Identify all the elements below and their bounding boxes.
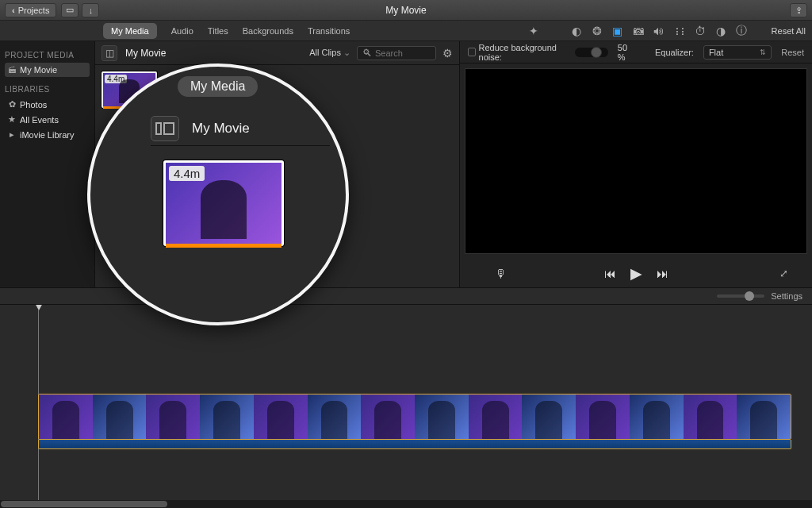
- timeline-thumb: [361, 394, 415, 439]
- adjust-toolbar: ✦ ◐ ❂ ▣ 📷︎ 🔊︎ ⫶⫶ ⏱︎ ◑ ⓘ Reset All: [527, 21, 806, 41]
- view-toggle-button[interactable]: ▭: [61, 3, 79, 17]
- timeline-ruler[interactable]: [0, 305, 812, 318]
- equalizer-label: Equalizer:: [655, 48, 694, 57]
- flower-icon: ✿: [8, 99, 16, 110]
- mag-filmstrip-icon: [151, 116, 179, 141]
- camera-icon[interactable]: 📷︎: [632, 25, 645, 37]
- equalizer-select[interactable]: Flat: [703, 45, 772, 60]
- tab-audio[interactable]: Audio: [171, 26, 193, 36]
- toolbar: My Media Audio Titles Backgrounds Transi…: [0, 21, 812, 41]
- audio-controls-bar: Reduce background noise: 50 % Equalizer:…: [460, 41, 812, 64]
- next-button[interactable]: ⏭︎: [657, 267, 668, 280]
- speed-icon[interactable]: ⏱︎: [694, 25, 707, 37]
- timeline-thumb: [146, 394, 200, 439]
- filmstrip-toggle-button[interactable]: ◫: [102, 45, 117, 61]
- sidebar-item-library[interactable]: ▸ iMovie Library: [5, 127, 90, 142]
- mag-tab-my-media: My Media: [178, 76, 258, 97]
- info-icon[interactable]: ⓘ: [735, 25, 748, 37]
- timeline-thumb: [576, 394, 630, 439]
- wand-icon[interactable]: ✦: [527, 25, 540, 37]
- clip-filter-icon[interactable]: ◑: [714, 25, 727, 37]
- tab-backgrounds[interactable]: Backgrounds: [243, 26, 293, 36]
- transport-bar: 🎙︎ ⏮︎ ▶ ⏭︎ ⤢: [460, 259, 812, 287]
- mag-clip-duration: 4.4m: [169, 166, 205, 181]
- timeline-thumb: [308, 394, 362, 439]
- titlebar: Projects ▭ ↓ My Movie ⇪: [0, 0, 812, 21]
- libraries-heading: LIBRARIES: [5, 85, 90, 94]
- media-tabs: My Media: [103, 23, 157, 39]
- timeline-thumb: [39, 394, 93, 439]
- noise-value: 50 %: [618, 43, 634, 62]
- sidebar-project-item[interactable]: 🎬︎ My Movie: [5, 63, 90, 77]
- audio-reset-button[interactable]: Reset: [781, 48, 804, 57]
- triangle-icon: ▸: [8, 129, 16, 140]
- timeline-clip[interactable]: [38, 394, 791, 440]
- horizontal-scrollbar[interactable]: [0, 500, 812, 508]
- browser-title: My Movie: [125, 48, 166, 59]
- tab-my-media[interactable]: My Media: [103, 23, 157, 39]
- window-title: My Movie: [0, 5, 812, 16]
- mag-media-clip: 4.4m: [163, 160, 284, 246]
- search-icon: 🔍︎: [362, 48, 372, 59]
- reduce-noise-checkbox[interactable]: [468, 48, 476, 56]
- timeline-thumb: [469, 394, 523, 439]
- crop-icon[interactable]: ▣: [611, 25, 624, 37]
- reduce-noise-label: Reduce background noise:: [479, 43, 565, 62]
- sidebar-item-label: All Events: [20, 115, 59, 125]
- fullscreen-button[interactable]: ⤢: [779, 267, 788, 279]
- timeline-header: 00:00 / 04:28 Settings: [0, 287, 812, 305]
- timeline-thumb: [737, 394, 791, 439]
- prev-button[interactable]: ⏮︎: [604, 267, 616, 280]
- sidebar-item-label: Photos: [20, 100, 47, 110]
- volume-icon[interactable]: 🔊︎: [653, 25, 665, 37]
- timeline-thumb: [630, 394, 684, 439]
- sidebar-item-photos[interactable]: ✿ Photos: [5, 97, 90, 112]
- noise-slider[interactable]: [575, 48, 608, 57]
- magnifier-overlay: My Media My Movie 4.4m: [87, 64, 349, 325]
- import-button[interactable]: ↓: [82, 3, 99, 17]
- preview-canvas: [465, 68, 807, 254]
- timeline-thumb: [254, 394, 308, 439]
- color-wheel-icon[interactable]: ❂: [591, 25, 603, 37]
- zoom-slider[interactable]: [717, 294, 764, 298]
- star-icon: ★: [8, 114, 16, 125]
- timeline-thumb: [415, 394, 469, 439]
- timeline-thumb: [93, 394, 147, 439]
- tab-titles[interactable]: Titles: [208, 26, 228, 36]
- project-media-heading: PROJECT MEDIA: [5, 51, 90, 60]
- timeline-thumb: [200, 394, 254, 439]
- playhead-marker[interactable]: [35, 305, 43, 310]
- clip-filter-dropdown[interactable]: All Clips: [309, 48, 350, 58]
- sidebar-item-label: iMovie Library: [20, 130, 74, 140]
- back-projects-button[interactable]: Projects: [5, 3, 56, 17]
- mic-icon[interactable]: 🎙︎: [495, 267, 507, 280]
- search-field[interactable]: 🔍︎: [357, 46, 436, 60]
- viewer-pane: Reduce background noise: 50 % Equalizer:…: [459, 41, 812, 287]
- timeline-clip-audio[interactable]: [38, 440, 791, 449]
- timeline-settings-button[interactable]: Settings: [771, 291, 802, 301]
- timeline[interactable]: [0, 305, 812, 500]
- timeline-thumb: [684, 394, 737, 439]
- noise-icon[interactable]: ⫶⫶: [673, 25, 686, 37]
- tab-transitions[interactable]: Transitions: [308, 26, 350, 36]
- clapper-icon: 🎬︎: [8, 65, 16, 75]
- sidebar: PROJECT MEDIA 🎬︎ My Movie LIBRARIES ✿ Ph…: [0, 41, 95, 287]
- mag-browser-title: My Movie: [192, 121, 250, 137]
- play-button[interactable]: ▶: [630, 264, 642, 283]
- browser-settings-button[interactable]: ⚙︎: [442, 47, 453, 60]
- color-balance-icon[interactable]: ◐: [570, 25, 583, 37]
- browser-header: ◫ My Movie All Clips 🔍︎ ⚙︎: [95, 41, 459, 65]
- search-input[interactable]: [375, 48, 431, 58]
- reset-all-button[interactable]: Reset All: [772, 26, 806, 36]
- sidebar-project-label: My Movie: [20, 65, 57, 75]
- share-button[interactable]: ⇪: [790, 3, 807, 17]
- timeline-thumb: [522, 394, 576, 439]
- sidebar-item-all-events[interactable]: ★ All Events: [5, 112, 90, 127]
